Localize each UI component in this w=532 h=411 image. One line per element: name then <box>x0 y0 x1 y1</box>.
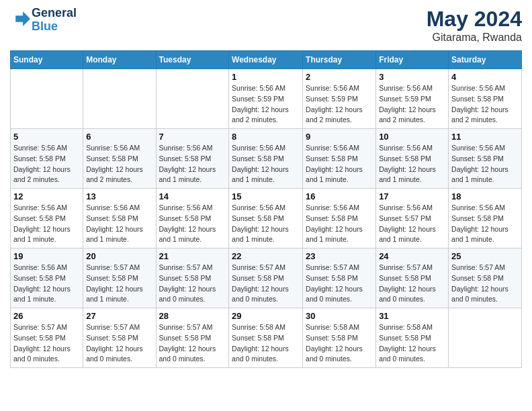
day-number: 31 <box>379 311 445 321</box>
calendar-cell: 4Sunrise: 5:56 AM Sunset: 5:58 PM Daylig… <box>449 69 522 129</box>
calendar-cell: 28Sunrise: 5:57 AM Sunset: 5:58 PM Dayli… <box>156 308 229 368</box>
day-info: Sunrise: 5:57 AM Sunset: 5:58 PM Dayligh… <box>86 322 152 365</box>
calendar-cell <box>156 69 229 129</box>
calendar-week-row: 12Sunrise: 5:56 AM Sunset: 5:58 PM Dayli… <box>11 189 522 248</box>
day-number: 29 <box>232 311 300 321</box>
svg-marker-0 <box>15 11 30 26</box>
calendar-week-row: 5Sunrise: 5:56 AM Sunset: 5:58 PM Daylig… <box>11 129 522 189</box>
day-number: 4 <box>451 72 519 82</box>
calendar-cell: 25Sunrise: 5:57 AM Sunset: 5:58 PM Dayli… <box>449 248 522 308</box>
calendar-cell: 7Sunrise: 5:56 AM Sunset: 5:58 PM Daylig… <box>156 129 229 189</box>
day-number: 13 <box>86 191 152 201</box>
calendar-cell: 22Sunrise: 5:57 AM Sunset: 5:58 PM Dayli… <box>229 248 303 308</box>
day-number: 5 <box>13 132 80 142</box>
day-header-friday: Friday <box>376 51 449 69</box>
logo-line2: Blue <box>32 20 77 34</box>
calendar-cell: 24Sunrise: 5:57 AM Sunset: 5:58 PM Dayli… <box>376 248 449 308</box>
day-info: Sunrise: 5:57 AM Sunset: 5:58 PM Dayligh… <box>379 263 445 305</box>
day-info: Sunrise: 5:56 AM Sunset: 5:58 PM Dayligh… <box>379 143 445 185</box>
day-number: 3 <box>379 72 445 82</box>
location-subtitle: Gitarama, Rwanda <box>427 32 522 44</box>
day-info: Sunrise: 5:56 AM Sunset: 5:58 PM Dayligh… <box>306 203 373 245</box>
day-number: 28 <box>159 311 226 321</box>
day-number: 1 <box>232 72 300 82</box>
day-info: Sunrise: 5:57 AM Sunset: 5:58 PM Dayligh… <box>159 263 226 305</box>
day-info: Sunrise: 5:56 AM Sunset: 5:58 PM Dayligh… <box>86 203 152 245</box>
day-info: Sunrise: 5:56 AM Sunset: 5:59 PM Dayligh… <box>232 83 300 126</box>
calendar-cell: 1Sunrise: 5:56 AM Sunset: 5:59 PM Daylig… <box>229 69 303 129</box>
day-info: Sunrise: 5:57 AM Sunset: 5:58 PM Dayligh… <box>13 322 80 365</box>
day-number: 15 <box>232 191 300 201</box>
logo: General Blue <box>10 7 77 34</box>
day-info: Sunrise: 5:56 AM Sunset: 5:58 PM Dayligh… <box>451 83 519 126</box>
day-info: Sunrise: 5:56 AM Sunset: 5:58 PM Dayligh… <box>232 143 300 185</box>
calendar-week-row: 26Sunrise: 5:57 AM Sunset: 5:58 PM Dayli… <box>11 308 522 368</box>
day-number: 10 <box>379 132 445 142</box>
calendar-header-row: SundayMondayTuesdayWednesdayThursdayFrid… <box>11 51 522 69</box>
day-number: 22 <box>232 251 300 261</box>
calendar-cell: 3Sunrise: 5:56 AM Sunset: 5:59 PM Daylig… <box>376 69 449 129</box>
calendar-cell: 26Sunrise: 5:57 AM Sunset: 5:58 PM Dayli… <box>11 308 83 368</box>
calendar-cell: 15Sunrise: 5:56 AM Sunset: 5:58 PM Dayli… <box>229 189 303 248</box>
day-number: 19 <box>13 251 80 261</box>
day-info: Sunrise: 5:56 AM Sunset: 5:58 PM Dayligh… <box>306 143 373 185</box>
day-number: 20 <box>86 251 152 261</box>
calendar-cell: 30Sunrise: 5:58 AM Sunset: 5:58 PM Dayli… <box>303 308 376 368</box>
day-number: 26 <box>13 311 80 321</box>
day-info: Sunrise: 5:57 AM Sunset: 5:58 PM Dayligh… <box>232 263 300 305</box>
day-info: Sunrise: 5:56 AM Sunset: 5:59 PM Dayligh… <box>306 83 373 126</box>
day-info: Sunrise: 5:58 AM Sunset: 5:58 PM Dayligh… <box>232 322 300 365</box>
day-info: Sunrise: 5:58 AM Sunset: 5:58 PM Dayligh… <box>379 322 445 365</box>
day-info: Sunrise: 5:57 AM Sunset: 5:58 PM Dayligh… <box>159 322 226 365</box>
day-number: 17 <box>379 191 445 201</box>
day-number: 2 <box>306 72 373 82</box>
calendar-cell: 27Sunrise: 5:57 AM Sunset: 5:58 PM Dayli… <box>83 308 156 368</box>
day-number: 7 <box>159 132 226 142</box>
day-header-monday: Monday <box>83 51 156 69</box>
day-number: 11 <box>451 132 519 142</box>
day-number: 12 <box>13 191 80 201</box>
calendar-cell: 9Sunrise: 5:56 AM Sunset: 5:58 PM Daylig… <box>303 129 376 189</box>
day-info: Sunrise: 5:57 AM Sunset: 5:58 PM Dayligh… <box>451 263 519 305</box>
calendar-cell: 10Sunrise: 5:56 AM Sunset: 5:58 PM Dayli… <box>376 129 449 189</box>
calendar-cell: 31Sunrise: 5:58 AM Sunset: 5:58 PM Dayli… <box>376 308 449 368</box>
calendar-cell: 2Sunrise: 5:56 AM Sunset: 5:59 PM Daylig… <box>303 69 376 129</box>
calendar-cell: 5Sunrise: 5:56 AM Sunset: 5:58 PM Daylig… <box>11 129 83 189</box>
day-info: Sunrise: 5:56 AM Sunset: 5:58 PM Dayligh… <box>13 263 80 305</box>
day-info: Sunrise: 5:56 AM Sunset: 5:58 PM Dayligh… <box>451 143 519 185</box>
day-number: 27 <box>86 311 152 321</box>
day-header-wednesday: Wednesday <box>229 51 303 69</box>
day-number: 6 <box>86 132 152 142</box>
day-number: 24 <box>379 251 445 261</box>
calendar-cell <box>449 308 522 368</box>
day-info: Sunrise: 5:57 AM Sunset: 5:58 PM Dayligh… <box>306 263 373 305</box>
calendar-cell: 13Sunrise: 5:56 AM Sunset: 5:58 PM Dayli… <box>83 189 156 248</box>
calendar-cell: 20Sunrise: 5:57 AM Sunset: 5:58 PM Dayli… <box>83 248 156 308</box>
day-info: Sunrise: 5:57 AM Sunset: 5:58 PM Dayligh… <box>86 263 152 305</box>
day-info: Sunrise: 5:56 AM Sunset: 5:58 PM Dayligh… <box>86 143 152 185</box>
day-number: 14 <box>159 191 226 201</box>
calendar-cell: 8Sunrise: 5:56 AM Sunset: 5:58 PM Daylig… <box>229 129 303 189</box>
day-number: 8 <box>232 132 300 142</box>
calendar-cell: 19Sunrise: 5:56 AM Sunset: 5:58 PM Dayli… <box>11 248 83 308</box>
day-number: 25 <box>451 251 519 261</box>
day-info: Sunrise: 5:56 AM Sunset: 5:58 PM Dayligh… <box>159 203 226 245</box>
day-info: Sunrise: 5:56 AM Sunset: 5:58 PM Dayligh… <box>232 203 300 245</box>
calendar-cell <box>11 69 83 129</box>
logo-icon <box>11 9 30 28</box>
calendar-week-row: 19Sunrise: 5:56 AM Sunset: 5:58 PM Dayli… <box>11 248 522 308</box>
calendar-cell: 6Sunrise: 5:56 AM Sunset: 5:58 PM Daylig… <box>83 129 156 189</box>
day-info: Sunrise: 5:56 AM Sunset: 5:59 PM Dayligh… <box>379 83 445 126</box>
day-header-tuesday: Tuesday <box>156 51 229 69</box>
day-info: Sunrise: 5:56 AM Sunset: 5:58 PM Dayligh… <box>159 143 226 185</box>
month-title: May 2024 <box>427 7 522 32</box>
day-number: 23 <box>306 251 373 261</box>
day-header-saturday: Saturday <box>449 51 522 69</box>
day-info: Sunrise: 5:56 AM Sunset: 5:57 PM Dayligh… <box>379 203 445 245</box>
day-info: Sunrise: 5:56 AM Sunset: 5:58 PM Dayligh… <box>13 203 80 245</box>
calendar-table: SundayMondayTuesdayWednesdayThursdayFrid… <box>10 50 522 368</box>
calendar-cell: 12Sunrise: 5:56 AM Sunset: 5:58 PM Dayli… <box>11 189 83 248</box>
calendar-cell: 18Sunrise: 5:56 AM Sunset: 5:58 PM Dayli… <box>449 189 522 248</box>
day-number: 30 <box>306 311 373 321</box>
calendar-cell: 17Sunrise: 5:56 AM Sunset: 5:57 PM Dayli… <box>376 189 449 248</box>
